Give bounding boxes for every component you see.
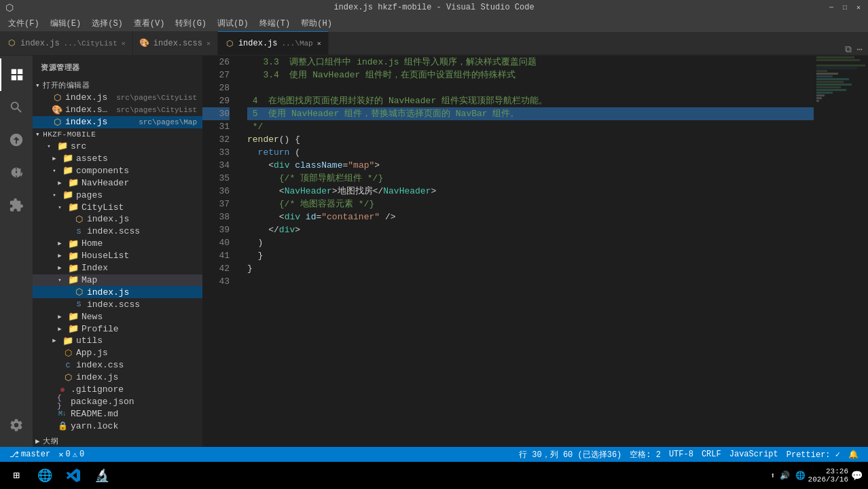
css-icon: S xyxy=(73,226,84,237)
folder-home[interactable]: ▶ 📁 Home xyxy=(33,238,202,250)
open-editor-indexjs-map[interactable]: ⬡ index.js src\pages\Map xyxy=(33,116,202,128)
file-indexscss-map[interactable]: S index.scss xyxy=(33,298,202,310)
code-line-41: } xyxy=(247,249,814,262)
warning-count: 0 xyxy=(79,450,84,459)
activity-search[interactable] xyxy=(0,91,33,124)
folder-utils[interactable]: ▶ 📁 utils xyxy=(33,335,202,347)
folder-arrow: ▶ xyxy=(49,336,60,346)
menu-help[interactable]: 帮助(H) xyxy=(295,15,338,32)
menu-file[interactable]: 文件(F) xyxy=(3,15,45,32)
file-indexscss-citylist[interactable]: S index.scss xyxy=(33,225,202,238)
tab-label: index.scss xyxy=(153,39,202,48)
menu-debug[interactable]: 调试(D) xyxy=(212,15,254,32)
tab-indexjs-map[interactable]: ⬡ index.js ...\Map ✕ xyxy=(218,31,329,55)
folder-arrow: ▶ xyxy=(54,311,65,322)
menu-goto[interactable]: 转到(G) xyxy=(170,15,212,32)
tab-close-button[interactable]: ✕ xyxy=(122,39,126,48)
js-icon: ⬡ xyxy=(62,348,73,359)
file-readme[interactable]: M↓ README.md xyxy=(33,408,202,420)
tab-indexjs-citylist[interactable]: ⬡ index.js ...\CityList ✕ xyxy=(0,31,133,55)
js-file-icon: ⬡ xyxy=(52,92,62,103)
folder-arrow: ▾ xyxy=(54,202,65,213)
code-editor[interactable]: 3.3 调整入口组件中 index.js 组件导入顺序，解决样式覆盖问题 3.4… xyxy=(236,56,814,447)
notification-status[interactable]: 🔔 xyxy=(844,447,863,462)
taskbar-right: ⬆ 🔊 🌐 23:26 2026/3/16 💬 xyxy=(770,467,865,484)
file-yarnlock[interactable]: 🔒 yarn.lock xyxy=(33,420,202,432)
folder-src[interactable]: ▾ 📁 src xyxy=(33,141,202,153)
no-arrow xyxy=(49,348,60,359)
js-icon: ⬡ xyxy=(62,372,73,383)
menu-view[interactable]: 查看(V) xyxy=(128,15,170,32)
folder-news[interactable]: ▶ 📁 News xyxy=(33,310,202,323)
git-icon: ⎇ xyxy=(10,450,19,460)
no-arrow xyxy=(60,287,71,297)
folder-index[interactable]: ▶ 📁 Index xyxy=(33,262,202,274)
file-indexjs-citylist[interactable]: ⬡ index.js xyxy=(33,213,202,225)
activity-settings[interactable] xyxy=(0,409,33,441)
activity-explorer[interactable] xyxy=(0,58,33,91)
folder-pages[interactable]: ▾ 📁 pages xyxy=(33,189,202,201)
no-arrow xyxy=(49,360,60,371)
git-branch-status[interactable]: ⎇ master xyxy=(5,447,54,462)
project-header[interactable]: ▾ HKZF-MOBILE xyxy=(33,128,202,141)
activity-git[interactable] xyxy=(0,124,33,156)
tab-close-button[interactable]: ✕ xyxy=(206,39,211,48)
title-bar: ⬡ index.js hkzf-mobile - Visual Studio C… xyxy=(0,0,868,15)
split-editor-icon[interactable]: ⧉ xyxy=(845,44,852,55)
vscode-logo: ⬡ xyxy=(5,2,14,14)
edge-icon[interactable]: 🌐 xyxy=(31,462,58,489)
folder-map[interactable]: ▾ 📁 Map xyxy=(33,274,202,287)
more-actions-icon[interactable]: ⋯ xyxy=(857,43,863,55)
open-editor-indexscss[interactable]: 🎨 index.scss src\pages\CityList xyxy=(33,104,202,116)
tab-label: index.js xyxy=(238,39,278,48)
maximize-button[interactable]: □ xyxy=(841,3,849,12)
jupyter-icon[interactable]: 🔬 xyxy=(88,462,115,489)
minimize-button[interactable]: ─ xyxy=(827,3,835,12)
activity-extensions[interactable] xyxy=(0,189,33,221)
file-indexjs-root[interactable]: ⬡ index.js xyxy=(33,372,202,384)
activity-debug[interactable] xyxy=(0,156,33,189)
notification-center[interactable]: 💬 xyxy=(851,470,863,482)
file-indexjs-map[interactable]: ⬡ index.js xyxy=(33,286,202,298)
eol-status[interactable]: CRLF xyxy=(698,447,725,462)
code-line-35: {/* 顶部导航栏组件 */} xyxy=(247,172,814,185)
error-status[interactable]: ✕ 0 ⚠ 0 xyxy=(54,447,88,462)
position-text: 行 30，列 60 (已选择36) xyxy=(519,449,621,460)
css-icon: C xyxy=(62,360,73,371)
start-button[interactable]: ⊞ xyxy=(3,462,30,489)
error-icon: ✕ xyxy=(58,450,63,460)
language-status[interactable]: JavaScript xyxy=(725,447,782,462)
folder-label: NavHeader xyxy=(82,178,197,188)
warning-icon: ⚠ xyxy=(73,450,77,460)
tab-active-js-icon: ⬡ xyxy=(225,39,234,48)
line-num: 34 xyxy=(202,159,230,172)
folder-houselist[interactable]: ▶ 📁 HouseList xyxy=(33,250,202,262)
menu-edit[interactable]: 编辑(E) xyxy=(45,15,87,32)
file-appjs[interactable]: ⬡ App.js xyxy=(33,347,202,359)
editor-filename: index.scss xyxy=(65,105,111,115)
open-editor-indexjs-city[interactable]: ⬡ index.js src\pages\CityList xyxy=(33,92,202,104)
file-label: .gitignore xyxy=(71,384,197,395)
menu-select[interactable]: 选择(S) xyxy=(86,15,128,32)
indent-status[interactable]: 空格: 2 xyxy=(626,447,665,462)
folder-profile[interactable]: ▶ 📁 Profile xyxy=(33,323,202,335)
folder-navheader[interactable]: ▶ 📁 NavHeader xyxy=(33,177,202,189)
open-editors-header[interactable]: ▾ 打开的编辑器 xyxy=(33,79,202,92)
outline-header[interactable]: ▶ 大纲 xyxy=(33,435,202,447)
tab-indexscss[interactable]: 🎨 index.scss ✕ xyxy=(133,31,218,55)
prettier-status[interactable]: Prettier: ✓ xyxy=(782,447,844,462)
file-packagejson[interactable]: { } package.json xyxy=(33,396,202,408)
no-arrow xyxy=(49,372,60,383)
folder-components[interactable]: ▾ 📁 components xyxy=(33,164,202,177)
menu-terminal[interactable]: 终端(T) xyxy=(254,15,296,32)
vscode-icon[interactable] xyxy=(60,462,87,489)
cursor-position[interactable]: 行 30，列 60 (已选择36) xyxy=(515,447,626,462)
folder-label: assets xyxy=(76,153,197,164)
folder-citylist[interactable]: ▾ 📁 CityList xyxy=(33,201,202,213)
encoding-status[interactable]: UTF-8 xyxy=(665,447,698,462)
folder-assets[interactable]: ▶ 📁 assets xyxy=(33,152,202,164)
close-button[interactable]: ✕ xyxy=(854,3,863,12)
file-indexcss[interactable]: C index.css xyxy=(33,359,202,372)
tab-close-button[interactable]: ✕ xyxy=(317,39,321,48)
folder-icon: 📁 xyxy=(68,323,79,334)
